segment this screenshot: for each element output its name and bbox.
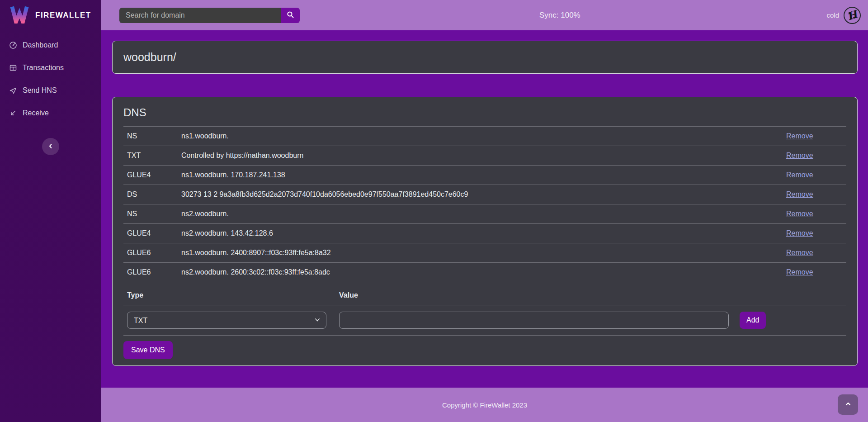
add-record-button[interactable]: Add [740,312,766,329]
sidebar-item-label: Dashboard [23,41,58,49]
remove-record-link[interactable]: Remove [786,249,813,256]
record-value: ns2.woodburn. [181,210,786,218]
record-type: GLUE6 [127,249,181,257]
sidebar-item-transactions[interactable]: Transactions [0,57,101,79]
save-dns-button[interactable]: Save DNS [123,341,173,359]
sidebar-item-label: Send HNS [23,86,57,95]
dns-card: DNS NS ns1.woodburn. Remove TXT Controll… [112,97,858,366]
sidebar-item-label: Receive [23,109,49,117]
record-value: ns1.woodburn. 170.187.241.138 [181,171,786,179]
app-window: FIREWALLET Dashboard Transactions Send H… [0,0,868,422]
table-row: GLUE6 ns1.woodburn. 2400:8907::f03c:93ff… [123,243,846,263]
sidebar-item-dashboard[interactable]: Dashboard [0,34,101,57]
record-type: NS [127,210,181,218]
record-value: Controlled by https://nathan.woodburn [181,152,786,160]
scroll-to-top-button[interactable] [838,394,858,415]
firewallet-logo-icon [10,5,29,25]
table-row: NS ns2.woodburn. Remove [123,204,846,224]
transactions-icon [9,64,17,72]
value-column-header: Value [339,291,358,299]
sidebar-item-send-hns[interactable]: Send HNS [0,79,101,102]
record-type: DS [127,190,181,199]
record-type: NS [127,132,181,140]
remove-record-link[interactable]: Remove [786,210,813,218]
sidebar: FIREWALLET Dashboard Transactions Send H… [0,0,101,422]
table-row: GLUE6 ns2.woodburn. 2600:3c02::f03c:93ff… [123,263,846,282]
sidebar-item-receive[interactable]: Receive [0,102,101,124]
send-icon [9,86,17,95]
record-value: 30273 13 2 9a3a8fb3d625d2a2073d740f10da6… [181,190,786,199]
search-icon [287,11,294,20]
sidebar-nav: Dashboard Transactions Send HNS Receive [0,34,101,124]
record-type-select[interactable]: TXT [127,312,326,329]
brand-name: FIREWALLET [35,11,91,20]
domain-search [119,8,300,23]
remove-record-link[interactable]: Remove [786,171,813,179]
table-row: NS ns1.woodburn. Remove [123,127,846,146]
handshake-icon: H [844,7,861,24]
table-row: DS 30273 13 2 9a3a8fb3d625d2a2073d740f10… [123,185,846,204]
search-button[interactable] [281,8,300,23]
type-column-header: Type [127,291,339,299]
record-value: ns2.woodburn. 2600:3c02::f03c:93ff:fe5a:… [181,268,786,276]
record-type: GLUE4 [127,171,181,179]
sidebar-collapse-button[interactable] [42,138,59,155]
table-row: GLUE4 ns1.woodburn. 170.187.241.138 Remo… [123,166,846,185]
remove-record-link[interactable]: Remove [786,132,813,140]
add-record-row: TXT Add [123,305,846,336]
main-content: woodburn/ DNS NS ns1.woodburn. Remove TX… [101,30,868,388]
record-value-input[interactable] [339,312,729,329]
dns-records-table: NS ns1.woodburn. Remove TXT Controlled b… [123,126,846,282]
wallet-selector[interactable]: cold H [826,7,861,24]
record-type: GLUE4 [127,229,181,237]
add-record-header: Type Value [123,282,846,305]
remove-record-link[interactable]: Remove [786,268,813,276]
topbar: Sync: 100% cold H [101,0,868,30]
search-input[interactable] [119,8,281,23]
record-value: ns1.woodburn. [181,132,786,140]
sync-status: Sync: 100% [539,11,580,20]
page-title: woodburn/ [123,51,846,64]
brand[interactable]: FIREWALLET [0,0,101,30]
table-row: TXT Controlled by https://nathan.woodbur… [123,146,846,166]
remove-record-link[interactable]: Remove [786,152,813,159]
domain-title-card: woodburn/ [112,41,858,74]
wallet-name: cold [826,11,839,19]
sidebar-item-label: Transactions [23,64,64,72]
record-value: ns1.woodburn. 2400:8907::f03c:93ff:fe5a:… [181,249,786,257]
record-type: TXT [127,152,181,160]
record-type: GLUE6 [127,268,181,276]
dns-section-title: DNS [123,106,846,119]
chevron-left-icon [47,142,55,152]
content-column: Sync: 100% cold H woodburn/ DN [101,0,868,422]
receive-icon [9,109,17,117]
svg-text:H: H [845,9,859,22]
remove-record-link[interactable]: Remove [786,229,813,237]
dashboard-icon [9,41,17,49]
copyright-text: Copyright © FireWallet 2023 [442,401,527,409]
table-row: GLUE4 ns2.woodburn. 143.42.128.6 Remove [123,224,846,243]
chevron-up-icon [844,400,852,409]
remove-record-link[interactable]: Remove [786,190,813,198]
record-value: ns2.woodburn. 143.42.128.6 [181,229,786,237]
footer: Copyright © FireWallet 2023 [101,388,868,422]
